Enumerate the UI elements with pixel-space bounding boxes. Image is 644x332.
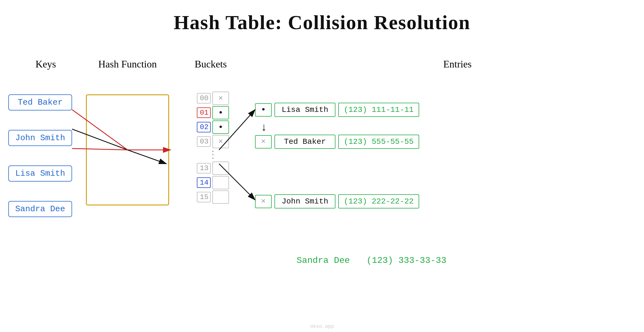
entry-group-2: John Smith (123) 222-22-22 <box>255 194 419 214</box>
entry-row-ted: Ted Baker (123) 555-55-55 <box>255 135 419 149</box>
entry-node-lisa <box>255 103 272 117</box>
entry-node-john <box>255 195 272 208</box>
sandra-name: Sandra Dee <box>297 255 350 266</box>
bucket-num-00: 00 <box>197 93 211 104</box>
bucket-ellipsis: ⋮ <box>208 150 218 160</box>
bucket-row-15: 15 <box>197 190 229 204</box>
entry-name-john: John Smith <box>274 194 335 208</box>
key-lisa-smith: Lisa Smith <box>8 165 72 182</box>
entry-row-lisa: Lisa Smith (123) 111-11-11 <box>255 103 419 117</box>
bucket-row-03: 03 <box>197 135 229 148</box>
bucket-cell-14 <box>212 176 229 189</box>
key-john-smith: John Smith <box>8 130 72 146</box>
bucket-num-14: 14 <box>197 177 211 188</box>
label-buckets: Buckets <box>189 58 233 70</box>
bucket-num-01: 01 <box>197 107 211 118</box>
bucket-row-13: 13 <box>197 162 229 175</box>
entry-name-ted: Ted Baker <box>274 135 335 149</box>
entry-phone-ted: (123) 555-55-55 <box>338 135 419 149</box>
entry-row-john: John Smith (123) 222-22-22 <box>255 194 419 208</box>
bucket-row-00: 00 <box>197 92 229 105</box>
entry-name-lisa: Lisa Smith <box>274 103 335 117</box>
buckets-column: 00 01 02 03 ⋮ 13 14 15 <box>197 92 229 205</box>
entry-phone-lisa: (123) 111-11-11 <box>338 103 419 117</box>
key-sandra-dee: Sandra Dee <box>8 201 72 217</box>
bucket-cell-13 <box>212 162 229 175</box>
bucket-num-03: 03 <box>197 136 211 147</box>
label-entries: Entries <box>430 58 485 70</box>
keys-column: Ted Baker John Smith Lisa Smith Sandra D… <box>8 94 72 217</box>
bucket-num-13: 13 <box>197 163 211 173</box>
entry-node-ted <box>255 135 272 149</box>
bucket-cell-00 <box>212 92 229 105</box>
bucket-cell-03 <box>212 135 229 148</box>
watermark: okso.app <box>310 324 334 329</box>
page-title: Hash Table: Collision Resolution <box>0 0 644 34</box>
sandra-phone: (123) 333-33-33 <box>366 255 446 266</box>
label-keys: Keys <box>8 58 83 70</box>
key-ted-baker: Ted Baker <box>8 94 72 110</box>
bucket-row-14: 14 <box>197 176 229 189</box>
bucket-cell-02 <box>212 120 229 134</box>
bucket-cell-01 <box>212 106 229 119</box>
entry-group-1: Lisa Smith (123) 111-11-11 ↓ Ted Baker (… <box>255 103 419 154</box>
hash-function-box <box>86 94 169 205</box>
bucket-row-02: 02 <box>197 120 229 134</box>
bucket-row-01: 01 <box>197 106 229 119</box>
down-arrow-indicator: ↓ <box>261 122 419 134</box>
bucket-num-02: 02 <box>197 122 211 132</box>
sandra-dee-row: Sandra Dee (123) 333-33-33 <box>297 255 446 266</box>
bucket-cell-15 <box>212 190 229 204</box>
label-hash-function: Hash Function <box>86 58 169 70</box>
entry-phone-john: (123) 222-22-22 <box>338 194 419 208</box>
bucket-num-15: 15 <box>197 192 211 202</box>
